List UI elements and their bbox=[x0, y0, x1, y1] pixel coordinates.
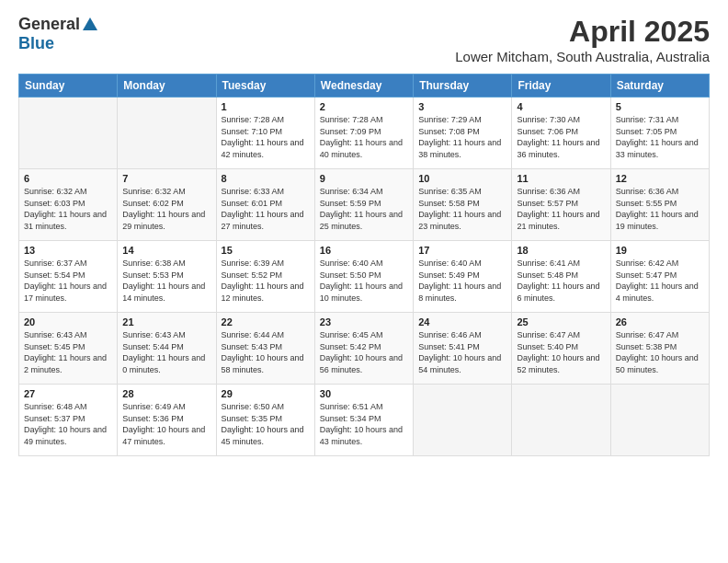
title-block: April 2025 Lower Mitcham, South Australi… bbox=[455, 15, 710, 64]
calendar-cell: 6Sunrise: 6:32 AM Sunset: 6:03 PM Daylig… bbox=[19, 169, 118, 241]
calendar-week-row: 1Sunrise: 7:28 AM Sunset: 7:10 PM Daylig… bbox=[19, 98, 710, 169]
calendar-cell: 7Sunrise: 6:32 AM Sunset: 6:02 PM Daylig… bbox=[118, 169, 216, 241]
day-number: 29 bbox=[222, 388, 310, 399]
day-info: Sunrise: 6:50 AM Sunset: 5:35 PM Dayligh… bbox=[222, 401, 310, 447]
day-info: Sunrise: 7:28 AM Sunset: 7:10 PM Dayligh… bbox=[222, 114, 310, 160]
weekday-header: Thursday bbox=[414, 75, 512, 98]
calendar-cell: 20Sunrise: 6:43 AM Sunset: 5:45 PM Dayli… bbox=[19, 313, 118, 385]
calendar-cell: 15Sunrise: 6:39 AM Sunset: 5:52 PM Dayli… bbox=[216, 241, 314, 313]
calendar-cell: 27Sunrise: 6:48 AM Sunset: 5:37 PM Dayli… bbox=[19, 385, 118, 456]
calendar-cell: 5Sunrise: 7:31 AM Sunset: 7:05 PM Daylig… bbox=[610, 98, 709, 169]
day-number: 9 bbox=[320, 173, 408, 184]
day-info: Sunrise: 6:35 AM Sunset: 5:58 PM Dayligh… bbox=[418, 186, 506, 232]
day-info: Sunrise: 7:29 AM Sunset: 7:08 PM Dayligh… bbox=[418, 114, 506, 160]
calendar-table: SundayMondayTuesdayWednesdayThursdayFrid… bbox=[18, 74, 710, 456]
calendar-week-row: 20Sunrise: 6:43 AM Sunset: 5:45 PM Dayli… bbox=[19, 313, 710, 385]
calendar-cell: 14Sunrise: 6:38 AM Sunset: 5:53 PM Dayli… bbox=[118, 241, 216, 313]
day-number: 7 bbox=[122, 173, 210, 184]
calendar-cell: 21Sunrise: 6:43 AM Sunset: 5:44 PM Dayli… bbox=[118, 313, 216, 385]
calendar-cell: 13Sunrise: 6:37 AM Sunset: 5:54 PM Dayli… bbox=[19, 241, 118, 313]
day-info: Sunrise: 7:30 AM Sunset: 7:06 PM Dayligh… bbox=[517, 114, 605, 160]
calendar-cell: 23Sunrise: 6:45 AM Sunset: 5:42 PM Dayli… bbox=[314, 313, 413, 385]
calendar-week-row: 27Sunrise: 6:48 AM Sunset: 5:37 PM Dayli… bbox=[19, 385, 710, 456]
day-info: Sunrise: 6:38 AM Sunset: 5:53 PM Dayligh… bbox=[122, 258, 210, 304]
day-info: Sunrise: 6:40 AM Sunset: 5:50 PM Dayligh… bbox=[320, 258, 408, 304]
day-number: 27 bbox=[24, 388, 112, 399]
day-info: Sunrise: 6:36 AM Sunset: 5:55 PM Dayligh… bbox=[616, 186, 704, 232]
day-number: 13 bbox=[24, 245, 112, 256]
logo-blue-text: Blue bbox=[18, 34, 54, 53]
day-number: 23 bbox=[320, 316, 408, 327]
calendar-cell bbox=[512, 385, 610, 456]
calendar-cell: 17Sunrise: 6:40 AM Sunset: 5:49 PM Dayli… bbox=[414, 241, 512, 313]
day-info: Sunrise: 6:43 AM Sunset: 5:44 PM Dayligh… bbox=[122, 329, 210, 375]
location-title: Lower Mitcham, South Australia, Australi… bbox=[455, 49, 710, 64]
day-info: Sunrise: 6:43 AM Sunset: 5:45 PM Dayligh… bbox=[24, 329, 112, 375]
weekday-header: Friday bbox=[512, 75, 610, 98]
calendar-cell: 2Sunrise: 7:28 AM Sunset: 7:09 PM Daylig… bbox=[314, 98, 413, 169]
day-info: Sunrise: 7:31 AM Sunset: 7:05 PM Dayligh… bbox=[616, 114, 704, 160]
day-info: Sunrise: 6:48 AM Sunset: 5:37 PM Dayligh… bbox=[24, 401, 112, 447]
day-number: 15 bbox=[222, 245, 310, 256]
day-number: 6 bbox=[24, 173, 112, 184]
day-number: 3 bbox=[418, 101, 506, 112]
day-number: 30 bbox=[320, 388, 408, 399]
calendar-cell: 9Sunrise: 6:34 AM Sunset: 5:59 PM Daylig… bbox=[314, 169, 413, 241]
day-number: 18 bbox=[517, 245, 605, 256]
header: General Blue April 2025 Lower Mitcham, S… bbox=[18, 15, 710, 64]
calendar-cell: 29Sunrise: 6:50 AM Sunset: 5:35 PM Dayli… bbox=[216, 385, 314, 456]
day-info: Sunrise: 6:45 AM Sunset: 5:42 PM Dayligh… bbox=[320, 329, 408, 375]
calendar-cell: 19Sunrise: 6:42 AM Sunset: 5:47 PM Dayli… bbox=[610, 241, 709, 313]
calendar-cell: 10Sunrise: 6:35 AM Sunset: 5:58 PM Dayli… bbox=[414, 169, 512, 241]
day-number: 26 bbox=[616, 316, 704, 327]
day-info: Sunrise: 7:28 AM Sunset: 7:09 PM Dayligh… bbox=[320, 114, 408, 160]
day-number: 24 bbox=[418, 316, 506, 327]
day-number: 22 bbox=[222, 316, 310, 327]
calendar-cell: 22Sunrise: 6:44 AM Sunset: 5:43 PM Dayli… bbox=[216, 313, 314, 385]
calendar-cell: 30Sunrise: 6:51 AM Sunset: 5:34 PM Dayli… bbox=[314, 385, 413, 456]
weekday-header: Saturday bbox=[610, 75, 709, 98]
day-number: 19 bbox=[616, 245, 704, 256]
day-number: 20 bbox=[24, 316, 112, 327]
day-info: Sunrise: 6:39 AM Sunset: 5:52 PM Dayligh… bbox=[222, 258, 310, 304]
weekday-header: Tuesday bbox=[216, 75, 314, 98]
calendar-cell: 12Sunrise: 6:36 AM Sunset: 5:55 PM Dayli… bbox=[610, 169, 709, 241]
day-info: Sunrise: 6:46 AM Sunset: 5:41 PM Dayligh… bbox=[418, 329, 506, 375]
calendar-cell: 28Sunrise: 6:49 AM Sunset: 5:36 PM Dayli… bbox=[118, 385, 216, 456]
day-number: 1 bbox=[222, 101, 310, 112]
calendar-week-row: 13Sunrise: 6:37 AM Sunset: 5:54 PM Dayli… bbox=[19, 241, 710, 313]
day-info: Sunrise: 6:33 AM Sunset: 6:01 PM Dayligh… bbox=[222, 186, 310, 232]
day-info: Sunrise: 6:40 AM Sunset: 5:49 PM Dayligh… bbox=[418, 258, 506, 304]
calendar-cell: 11Sunrise: 6:36 AM Sunset: 5:57 PM Dayli… bbox=[512, 169, 610, 241]
day-number: 14 bbox=[122, 245, 210, 256]
logo-general-text: General bbox=[18, 15, 80, 34]
calendar-cell: 1Sunrise: 7:28 AM Sunset: 7:10 PM Daylig… bbox=[216, 98, 314, 169]
calendar-cell bbox=[118, 98, 216, 169]
day-number: 4 bbox=[517, 101, 605, 112]
calendar-header-row: SundayMondayTuesdayWednesdayThursdayFrid… bbox=[19, 75, 710, 98]
month-title: April 2025 bbox=[455, 15, 710, 49]
day-number: 12 bbox=[616, 173, 704, 184]
weekday-header: Sunday bbox=[19, 75, 118, 98]
day-info: Sunrise: 6:37 AM Sunset: 5:54 PM Dayligh… bbox=[24, 258, 112, 304]
day-number: 11 bbox=[517, 173, 605, 184]
calendar-cell: 8Sunrise: 6:33 AM Sunset: 6:01 PM Daylig… bbox=[216, 169, 314, 241]
calendar-cell: 24Sunrise: 6:46 AM Sunset: 5:41 PM Dayli… bbox=[414, 313, 512, 385]
day-number: 10 bbox=[418, 173, 506, 184]
day-info: Sunrise: 6:47 AM Sunset: 5:38 PM Dayligh… bbox=[616, 329, 704, 375]
day-number: 8 bbox=[222, 173, 310, 184]
day-info: Sunrise: 6:32 AM Sunset: 6:03 PM Dayligh… bbox=[24, 186, 112, 232]
day-number: 21 bbox=[122, 316, 210, 327]
day-info: Sunrise: 6:44 AM Sunset: 5:43 PM Dayligh… bbox=[222, 329, 310, 375]
calendar-cell bbox=[414, 385, 512, 456]
day-info: Sunrise: 6:42 AM Sunset: 5:47 PM Dayligh… bbox=[616, 258, 704, 304]
weekday-header: Monday bbox=[118, 75, 216, 98]
weekday-header: Wednesday bbox=[314, 75, 413, 98]
calendar-cell: 25Sunrise: 6:47 AM Sunset: 5:40 PM Dayli… bbox=[512, 313, 610, 385]
day-info: Sunrise: 6:32 AM Sunset: 6:02 PM Dayligh… bbox=[122, 186, 210, 232]
calendar-cell: 3Sunrise: 7:29 AM Sunset: 7:08 PM Daylig… bbox=[414, 98, 512, 169]
calendar-cell bbox=[610, 385, 709, 456]
day-info: Sunrise: 6:41 AM Sunset: 5:48 PM Dayligh… bbox=[517, 258, 605, 304]
day-number: 5 bbox=[616, 101, 704, 112]
day-info: Sunrise: 6:34 AM Sunset: 5:59 PM Dayligh… bbox=[320, 186, 408, 232]
